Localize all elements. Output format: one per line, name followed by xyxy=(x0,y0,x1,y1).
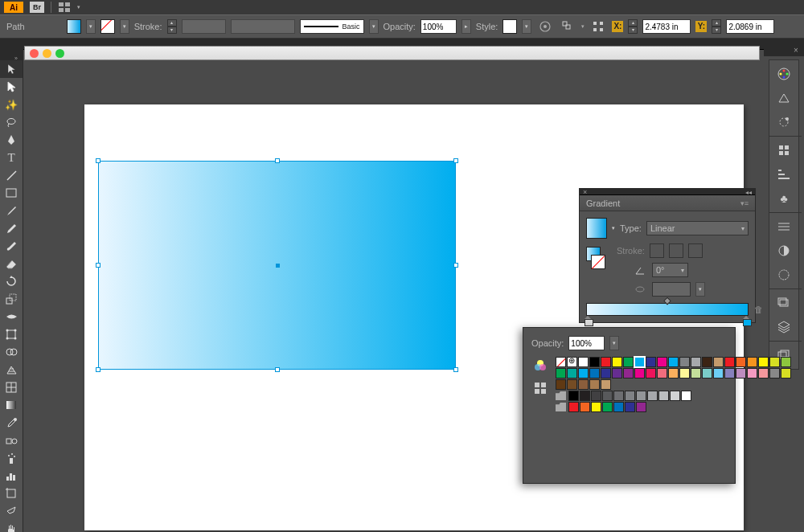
column-graph-tool[interactable] xyxy=(0,467,23,485)
resize-handle-se[interactable] xyxy=(453,367,458,372)
window-close-icon[interactable] xyxy=(30,49,39,58)
rectangle-tool[interactable] xyxy=(0,184,23,202)
swatch-cell[interactable] xyxy=(634,368,645,379)
layers-panel-icon[interactable] xyxy=(771,293,797,313)
gradient-slider[interactable]: 🗑 xyxy=(586,303,749,316)
resize-handle-w[interactable] xyxy=(96,263,100,268)
swatch-cell[interactable] xyxy=(679,357,690,367)
swatch-cell[interactable] xyxy=(567,368,577,379)
brushes-panel-icon[interactable] xyxy=(771,112,797,133)
swatch-cell[interactable] xyxy=(747,368,757,379)
perspective-tool[interactable] xyxy=(0,361,23,379)
swatch-cell[interactable] xyxy=(758,357,769,367)
swatch-cell[interactable] xyxy=(713,357,724,367)
swatch-cell[interactable] xyxy=(670,391,680,401)
eraser-tool[interactable] xyxy=(0,255,23,272)
resize-handle-e[interactable] xyxy=(453,263,458,268)
resize-handle-n[interactable] xyxy=(275,158,280,163)
swatch-cell[interactable] xyxy=(591,391,601,401)
swatch-folder-icon[interactable] xyxy=(556,403,566,411)
scale-tool[interactable] xyxy=(0,290,23,308)
type-tool[interactable]: T xyxy=(0,149,23,166)
selected-rectangle[interactable] xyxy=(98,161,456,370)
swatch-cell[interactable] xyxy=(602,402,613,412)
mesh-tool[interactable] xyxy=(0,379,23,396)
swatches-panel-icon[interactable] xyxy=(771,88,797,108)
swatch-opacity-input[interactable] xyxy=(568,336,605,350)
pencil-tool[interactable] xyxy=(0,219,23,237)
swatch-cell[interactable] xyxy=(601,357,611,367)
swatch-cell[interactable] xyxy=(601,379,611,390)
opacity-input[interactable] xyxy=(420,19,457,34)
swatch-cell[interactable] xyxy=(623,357,634,367)
swatch-cell[interactable] xyxy=(724,357,735,367)
lasso-tool[interactable] xyxy=(0,113,23,131)
color-mixer-icon[interactable] xyxy=(531,357,549,374)
graphic-styles-panel-icon[interactable] xyxy=(771,216,797,237)
slice-tool[interactable] xyxy=(0,502,23,520)
gradient-stop-right[interactable] xyxy=(743,316,750,325)
swatch-cell[interactable] xyxy=(580,391,590,401)
swatch-cell[interactable] xyxy=(613,402,624,412)
transparency-panel-icon[interactable] xyxy=(771,240,797,261)
swatch-cell[interactable] xyxy=(769,357,780,367)
hand-tool[interactable] xyxy=(0,520,23,532)
window-zoom-icon[interactable] xyxy=(55,49,64,58)
transform-icon[interactable] xyxy=(589,18,607,35)
right-dock-close-icon[interactable]: × xyxy=(794,46,802,54)
swatch-cell[interactable] xyxy=(578,368,589,379)
symbols-panel-icon[interactable] xyxy=(771,140,797,161)
resize-handle-s[interactable] xyxy=(275,367,280,372)
swatch-cell[interactable] xyxy=(567,379,577,390)
gradient-tool[interactable] xyxy=(0,396,23,414)
pen-tool[interactable] xyxy=(0,131,23,149)
swatch-cell[interactable] xyxy=(724,368,735,379)
gradient-fill-stroke-toggle[interactable] xyxy=(586,247,605,269)
swatch-cell[interactable] xyxy=(713,368,724,379)
stroke-align-across-button[interactable] xyxy=(688,243,703,258)
brush-definition-select[interactable]: Basic xyxy=(300,19,364,34)
color-panel-icon[interactable] xyxy=(771,63,797,84)
brush-dropdown-icon[interactable]: ▾ xyxy=(369,19,379,34)
rotate-tool[interactable] xyxy=(0,272,23,290)
resize-handle-ne[interactable] xyxy=(453,158,458,163)
swatch-cell[interactable] xyxy=(634,357,645,367)
swatch-cell[interactable] xyxy=(589,357,600,367)
fill-swatch[interactable] xyxy=(67,19,81,34)
blob-brush-tool[interactable] xyxy=(0,237,23,255)
paintbrush-tool[interactable] xyxy=(0,202,23,219)
aspect-input[interactable] xyxy=(652,282,691,297)
swatch-cell[interactable] xyxy=(646,368,656,379)
swatch-cell[interactable] xyxy=(781,357,791,367)
shape-builder-tool[interactable] xyxy=(0,343,23,361)
swatch-cell[interactable] xyxy=(636,402,646,412)
swatch-cell[interactable] xyxy=(556,379,566,390)
swatch-cell[interactable] xyxy=(578,357,589,367)
swatch-cell[interactable] xyxy=(580,402,590,412)
swatch-cell[interactable] xyxy=(612,357,622,367)
swatch-cell[interactable] xyxy=(668,368,679,379)
arrange-documents-icon[interactable] xyxy=(58,2,71,13)
swatch-cell[interactable] xyxy=(691,357,701,367)
direct-selection-tool[interactable] xyxy=(0,78,23,96)
angle-input[interactable]: 0° xyxy=(652,263,688,277)
swatch-cell[interactable] xyxy=(679,368,690,379)
swatch-opacity-dropdown-icon[interactable]: ▾ xyxy=(609,336,619,350)
swatch-cell[interactable] xyxy=(747,357,757,367)
fill-dropdown-icon[interactable]: ▾ xyxy=(86,19,96,34)
swatch-cell[interactable] xyxy=(589,379,600,390)
swatch-cell[interactable] xyxy=(769,368,780,379)
aspect-dropdown-icon[interactable]: ▾ xyxy=(695,282,705,297)
gradient-midpoint-handle[interactable] xyxy=(663,297,671,305)
artboards-panel-icon[interactable] xyxy=(771,317,797,338)
panel-menu-icon[interactable]: ▾≡ xyxy=(740,199,749,207)
swatch-cell[interactable] xyxy=(681,391,691,401)
swatch-grid-icon[interactable] xyxy=(531,379,549,397)
swatch-cell[interactable] xyxy=(589,368,600,379)
graphic-style-swatch[interactable] xyxy=(503,19,517,34)
blend-tool[interactable] xyxy=(0,432,23,449)
symbol-sprayer-tool[interactable] xyxy=(0,449,23,467)
artboard-tool[interactable] xyxy=(0,485,23,502)
swatch-cell[interactable] xyxy=(702,357,712,367)
swatch-cell[interactable] xyxy=(625,391,635,401)
